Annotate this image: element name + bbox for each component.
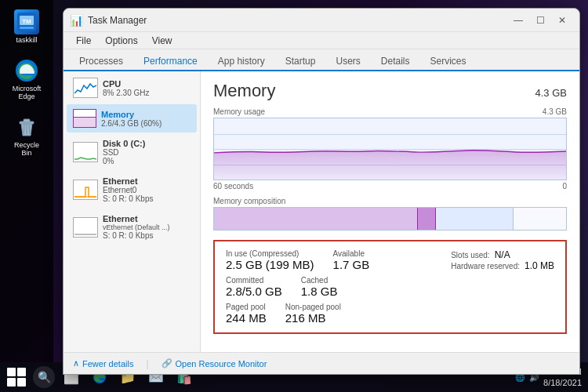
ethernet0-chart-icon <box>73 180 98 200</box>
memory-usage-chart <box>213 118 567 180</box>
chevron-up-icon: ∧ <box>73 358 79 368</box>
chart-label: Memory usage <box>213 107 265 116</box>
open-resource-monitor-button[interactable]: 🔗 Open Resource Monitor <box>162 358 267 368</box>
comp-modified <box>418 208 435 230</box>
paged-label: Paged pool <box>226 303 267 311</box>
sidebar-item-cpu[interactable]: CPU 8% 2.30 GHz <box>67 73 197 103</box>
title-bar-title: Task Manager <box>88 15 507 26</box>
ethernet1-name: Ethernet <box>103 214 191 223</box>
committed-label: Committed <box>226 276 282 285</box>
stat-nonpaged: Non-paged pool 216 MB <box>285 303 341 325</box>
footer-separator: | <box>146 358 148 369</box>
recycle-bin-icon[interactable]: Recycle Bin <box>8 111 45 160</box>
tab-app-history[interactable]: App history <box>209 53 274 70</box>
menu-options[interactable]: Options <box>99 34 143 48</box>
disk-chart-icon <box>73 142 98 162</box>
fewer-details-button[interactable]: ∧ Fewer details <box>73 358 133 368</box>
fewer-details-label: Fewer details <box>82 359 133 368</box>
comp-in-use <box>214 208 418 230</box>
memory-usage-section: Memory usage 4.3 GB <box>213 107 567 191</box>
chart-time-left: 60 seconds <box>213 182 253 191</box>
stat-slots: Slots used: N/A Hardware reserved: 1.0 M… <box>451 249 554 271</box>
ethernet0-sub2: Ethernet0 <box>103 186 191 194</box>
chart-label-row: Memory usage 4.3 GB <box>213 107 567 116</box>
svg-rect-2 <box>20 27 34 29</box>
disk-item-text: Disk 0 (C:) SSD 0% <box>103 139 191 165</box>
recycle-label: Recycle Bin <box>9 141 44 157</box>
menu-file[interactable]: File <box>70 34 97 48</box>
cached-value: 1.8 GB <box>301 285 338 298</box>
slots-value: N/A <box>495 249 510 260</box>
chart-time-right: 0 <box>562 182 567 191</box>
cpu-chart-icon <box>73 78 98 98</box>
committed-value: 2.8/5.0 GB <box>226 285 282 298</box>
menu-view[interactable]: View <box>146 34 179 48</box>
comp-standby <box>436 208 514 230</box>
clock-date: 8/18/2021 <box>543 377 582 388</box>
in-use-value: 2.5 GB (199 MB) <box>226 258 314 271</box>
title-bar-icon: 📊 <box>70 14 83 27</box>
disk-sub2: SSD <box>103 148 191 157</box>
taskkill-icon[interactable]: TM taskkill <box>8 6 45 47</box>
stat-committed: Committed 2.8/5.0 GB <box>226 276 282 298</box>
footer: ∧ Fewer details | 🔗 Open Resource Monito… <box>64 352 579 374</box>
recycle-img <box>14 114 39 140</box>
windows-logo <box>7 368 26 387</box>
available-value: 1.7 GB <box>333 258 370 271</box>
sidebar-item-ethernet1[interactable]: Ethernet vEthernet (Default ...) S: 0 R:… <box>67 209 197 245</box>
stat-in-use: In use (Compressed) 2.5 GB (199 MB) <box>226 249 314 271</box>
chart-time-labels: 60 seconds 0 <box>213 182 567 191</box>
comp-label: Memory composition <box>213 197 567 205</box>
tab-performance[interactable]: Performance <box>134 53 207 71</box>
resource-monitor-label: Open Resource Monitor <box>176 359 267 368</box>
memory-item-text: Memory 2.6/4.3 GB (60%) <box>101 110 191 128</box>
ethernet1-sub: S: 0 R: 0 Kbps <box>103 231 191 240</box>
ethernet0-item-text: Ethernet Ethernet0 S: 0 R: 0 Kbps <box>103 176 191 203</box>
taskkill-img: TM <box>14 9 39 34</box>
memory-fill-indicator <box>74 117 96 127</box>
stats-row-1: In use (Compressed) 2.5 GB (199 MB) Avai… <box>226 249 554 271</box>
stats-box: In use (Compressed) 2.5 GB (199 MB) Avai… <box>213 240 567 334</box>
comp-free <box>514 208 566 230</box>
maximize-button[interactable]: ☐ <box>529 11 551 30</box>
edge-icon[interactable]: Microsoft Edge <box>8 55 45 103</box>
task-manager-window: 📊 Task Manager — ☐ ✕ File Options View P… <box>63 8 580 375</box>
svg-text:TM: TM <box>22 18 31 25</box>
svg-rect-6 <box>24 119 30 122</box>
sidebar-item-memory[interactable]: Memory 2.6/4.3 GB (60%) <box>67 104 197 132</box>
disk-sub: 0% <box>103 157 191 165</box>
chart-max-label: 4.3 GB <box>543 107 567 116</box>
panel-title: Memory <box>213 81 275 101</box>
ethernet1-sub2: vEthernet (Default ...) <box>103 223 181 231</box>
start-button[interactable] <box>0 362 33 392</box>
tab-startup[interactable]: Startup <box>276 53 325 70</box>
sidebar-item-disk[interactable]: Disk 0 (C:) SSD 0% <box>67 134 197 170</box>
hardware-value: 1.0 MB <box>524 260 554 271</box>
memory-composition-section: Memory composition <box>213 197 567 230</box>
memory-composition-bar <box>213 207 567 230</box>
stat-cached: Cached 1.8 GB <box>301 276 338 298</box>
tab-details[interactable]: Details <box>372 53 419 70</box>
cpu-item-text: CPU 8% 2.30 GHz <box>103 79 191 97</box>
search-bar[interactable]: 🔍 <box>33 366 55 388</box>
stats-row-2: Committed 2.8/5.0 GB Cached 1.8 GB <box>226 276 554 298</box>
ethernet0-name: Ethernet <box>103 176 191 186</box>
edge-img <box>14 58 39 83</box>
disk-name: Disk 0 (C:) <box>103 139 191 148</box>
minimize-button[interactable]: — <box>507 11 529 30</box>
sidebar-item-ethernet0[interactable]: Ethernet Ethernet0 S: 0 R: 0 Kbps <box>67 172 197 208</box>
paged-value: 244 MB <box>226 311 267 325</box>
ethernet0-sub: S: 0 R: 0 Kbps <box>103 194 191 203</box>
nonpaged-value: 216 MB <box>285 311 341 325</box>
tab-users[interactable]: Users <box>326 53 369 70</box>
tab-processes[interactable]: Processes <box>70 53 132 70</box>
sidebar: CPU 8% 2.30 GHz Memory 2.6/4.3 GB (60%) <box>64 71 201 352</box>
memory-sub: 2.6/4.3 GB (60%) <box>101 119 191 128</box>
close-button[interactable]: ✕ <box>551 11 573 30</box>
tab-services[interactable]: Services <box>421 53 476 70</box>
panel-header: Memory 4.3 GB <box>213 81 567 101</box>
stat-paged: Paged pool 244 MB <box>226 303 267 325</box>
resource-monitor-icon: 🔗 <box>162 358 172 368</box>
cpu-name: CPU <box>103 79 191 89</box>
cached-label: Cached <box>301 276 338 285</box>
